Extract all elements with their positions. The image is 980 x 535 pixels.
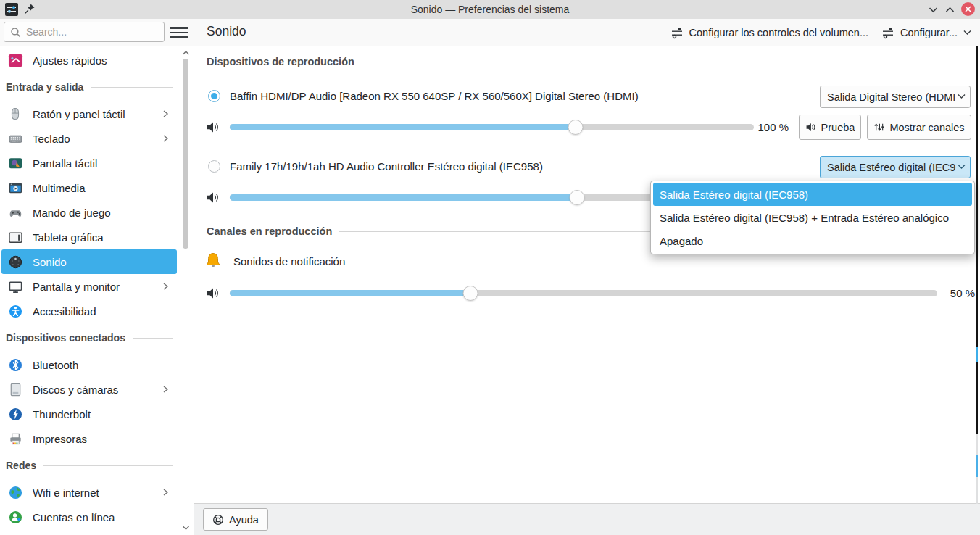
speaker-icon	[206, 120, 220, 134]
sidebar-item-raton-y-panel-tactil[interactable]: Ratón y panel táctil	[0, 101, 178, 126]
dropdown-option-2[interactable]: Salida Estéreo digital (IEC958) + Entrad…	[653, 206, 972, 229]
thunderbolt-icon	[7, 406, 23, 422]
minimize-button[interactable]	[926, 3, 939, 16]
sidebar-section-entrada-y-salida: Entrada y salida	[0, 72, 178, 101]
bluetooth-icon	[7, 357, 23, 373]
touchscreen-icon	[7, 155, 23, 171]
slider-handle[interactable]	[570, 190, 585, 205]
device-2-row: Family 17h/19h/1ah HD Audio Controller E…	[208, 160, 543, 173]
sound-knob-icon	[7, 254, 23, 270]
speaker-icon	[805, 122, 816, 133]
scroll-down-icon[interactable]	[181, 523, 190, 532]
slider-handle[interactable]	[568, 120, 584, 135]
configure-volume-controls-button[interactable]: Configurar los controles del volumen...	[669, 23, 870, 42]
globe-icon	[7, 484, 23, 500]
sidebar-item-discos-y-camaras[interactable]: Discos y cámaras	[0, 377, 178, 402]
sidebar-item-tableta-grafica[interactable]: Tableta gráfica	[0, 225, 178, 249]
port-dropdown-popup: Salida Estéreo digital (IEC958) Salida E…	[650, 181, 975, 254]
quick-settings-icon	[7, 52, 23, 68]
disk-icon	[7, 381, 23, 397]
bell-icon	[203, 251, 223, 271]
speaker-icon	[206, 286, 220, 300]
sidebar-item-ajustes-rapidos[interactable]: Ajustes rápidos	[0, 48, 178, 72]
titlebar[interactable]: Sonido — Preferencias del sistema	[0, 0, 980, 20]
notification-volume-percent: 50 %	[941, 287, 975, 299]
sidebar-item-bluetooth[interactable]: Bluetooth	[0, 352, 178, 377]
hamburger-menu-icon[interactable]	[170, 25, 188, 41]
gamepad-icon	[7, 204, 23, 220]
notification-volume-slider[interactable]	[230, 290, 937, 296]
sidebar-item-impresoras[interactable]: Impresoras	[0, 426, 178, 451]
keyboard-icon	[7, 130, 23, 146]
chevron-right-icon	[161, 488, 170, 497]
main-content: Dispositivos de reproducción Baffin HDMI…	[194, 46, 980, 535]
device-2-port-combobox[interactable]: Salida Estéreo digital (IEC9	[820, 156, 971, 178]
chevron-right-icon	[161, 385, 170, 394]
dropdown-option-1[interactable]: Salida Estéreo digital (IEC958)	[653, 183, 972, 206]
chevron-right-icon	[161, 109, 170, 118]
slider-handle[interactable]	[462, 286, 478, 301]
show-channels-button[interactable]: Mostrar canales	[867, 115, 971, 140]
section-playback-devices: Dispositivos de reproducción	[207, 56, 970, 67]
right-edge-accent	[976, 347, 978, 362]
tune-icon	[881, 26, 894, 39]
sidebar-scrollbar[interactable]	[181, 47, 190, 534]
right-edge-strip	[976, 46, 978, 434]
close-button[interactable]	[961, 2, 975, 16]
sidebar: Ajustes rápidos Entrada y salida Ratón y…	[0, 46, 194, 535]
chevron-down-icon	[958, 94, 966, 99]
right-edge-accent-lower	[976, 455, 978, 477]
device-1-volume-percent: 100 %	[744, 121, 789, 133]
footer: Ayuda	[194, 503, 980, 535]
sidebar-item-pantalla-y-monitor[interactable]: Pantalla y monitor	[0, 274, 178, 299]
multimedia-icon	[7, 180, 23, 196]
chevron-right-icon	[161, 282, 170, 291]
device-1-name: Baffin HDMI/DP Audio [Radeon RX 550 640S…	[230, 90, 639, 102]
sidebar-item-accesibilidad[interactable]: Accesibilidad	[0, 299, 178, 323]
tune-icon	[670, 26, 684, 39]
system-settings-window: Sonido — Preferencias del sistema Search…	[0, 0, 980, 535]
chevron-down-icon	[958, 164, 966, 170]
sidebar-item-wifi-e-internet[interactable]: Wifi e internet	[0, 480, 178, 505]
page-title: Sonido	[207, 24, 246, 39]
stream-name: Sonidos de notificación	[233, 255, 345, 268]
monitor-icon	[7, 278, 23, 294]
search-placeholder: Search...	[26, 26, 67, 38]
search-input[interactable]: Search...	[4, 22, 165, 42]
chevron-down-icon	[963, 30, 971, 36]
device-1-row: Baffin HDMI/DP Audio [Radeon RX 550 640S…	[208, 90, 639, 102]
sidebar-item-pantalla-tactil[interactable]: Pantalla táctil	[0, 151, 178, 175]
online-accounts-icon	[7, 509, 23, 525]
device-2-name: Family 17h/19h/1ah HD Audio Controller E…	[230, 160, 543, 173]
configure-button[interactable]: Configurar...	[880, 23, 973, 42]
sidebar-item-multimedia[interactable]: Multimedia	[0, 175, 178, 200]
maximize-button[interactable]	[943, 3, 956, 16]
help-button[interactable]: Ayuda	[203, 508, 268, 531]
scroll-up-icon[interactable]	[181, 49, 190, 57]
device-1-radio[interactable]	[208, 90, 220, 102]
help-lifebuoy-icon	[212, 514, 224, 526]
sidebar-item-thunderbolt[interactable]: Thunderbolt	[0, 402, 178, 426]
mouse-icon	[7, 106, 23, 122]
scrollbar-thumb[interactable]	[183, 59, 188, 249]
speaker-icon	[206, 191, 220, 204]
device-1-port-combobox[interactable]: Salida Digital Stereo (HDMI	[820, 86, 971, 108]
graphics-tablet-icon	[7, 229, 23, 245]
notification-stream-row: Sonidos de notificación	[203, 251, 345, 271]
printer-icon	[7, 431, 23, 447]
sidebar-section-redes: Redes	[0, 451, 178, 480]
sidebar-item-mando-de-juego[interactable]: Mando de juego	[0, 200, 178, 225]
topbar: Search... Sonido Configurar los controle…	[0, 19, 980, 46]
sidebar-item-sonido[interactable]: Sonido	[1, 249, 177, 274]
device-2-radio[interactable]	[208, 160, 220, 173]
dropdown-option-3[interactable]: Apagado	[653, 229, 972, 252]
sidebar-item-teclado[interactable]: Teclado	[0, 126, 178, 151]
device-1-volume-slider[interactable]	[230, 124, 754, 130]
sidebar-item-cuentas-en-linea[interactable]: Cuentas en línea	[0, 505, 178, 529]
channels-mixer-icon	[873, 122, 884, 133]
window-title: Sonido — Preferencias del sistema	[0, 0, 980, 19]
search-icon	[10, 27, 21, 38]
accessibility-icon	[7, 303, 23, 319]
sidebar-section-dispositivos-conectados: Dispositivos conectados	[0, 323, 178, 352]
test-button[interactable]: Prueba	[799, 115, 861, 140]
